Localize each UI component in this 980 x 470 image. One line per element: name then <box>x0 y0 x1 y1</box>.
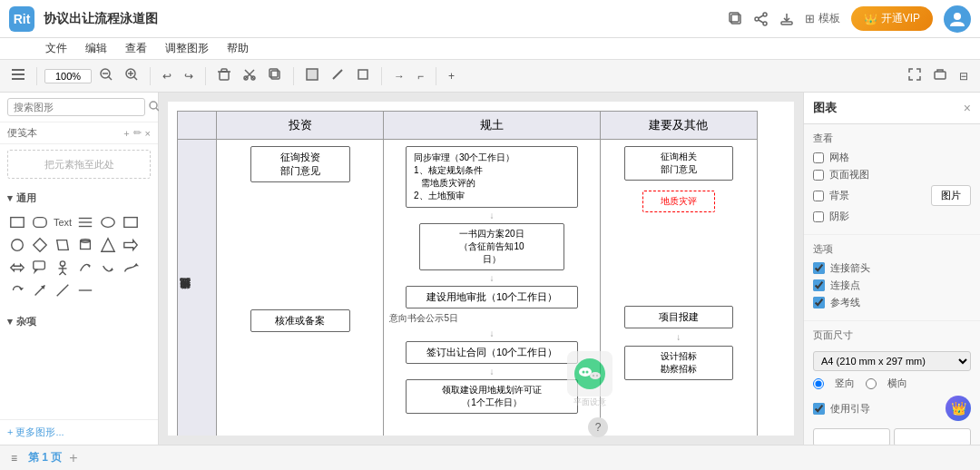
actor-shape[interactable] <box>53 258 73 278</box>
zoom-input[interactable] <box>44 69 92 83</box>
lines-shape[interactable] <box>75 212 95 232</box>
width-input[interactable] <box>813 428 890 445</box>
box-jy-3[interactable]: 项目报建 <box>624 306 733 328</box>
guide-line-checkbox[interactable] <box>813 297 825 308</box>
page-size-select[interactable]: A4 (210 mm x 297 mm) A3 Letter <box>813 351 971 371</box>
grid-checkbox[interactable] <box>813 152 824 163</box>
rect-shape2[interactable] <box>121 212 141 232</box>
curve-arrow2[interactable] <box>98 258 118 278</box>
zoom-in-btn[interactable] <box>121 65 142 86</box>
help-button[interactable]: ? <box>588 417 608 437</box>
share-btn[interactable] <box>754 12 769 26</box>
circle-shape[interactable] <box>7 235 27 255</box>
canvas-area[interactable]: 投资 规土 建要及其他 投资和土地供应管理 征询投 <box>159 93 803 445</box>
fill-btn[interactable] <box>301 65 323 86</box>
undo-btn[interactable]: ↩ <box>158 67 176 85</box>
landscape-label: 横向 <box>887 377 907 390</box>
add-page-btn[interactable]: + <box>69 450 77 466</box>
bottom-menu-btn[interactable]: ≡ <box>7 450 21 466</box>
img-button[interactable]: 图片 <box>931 185 971 206</box>
connect-arrow-checkbox[interactable] <box>813 262 825 274</box>
box-guitu-2[interactable]: 一书四方案20日（含征前告知10日） <box>419 223 564 270</box>
stencil-add-btn[interactable]: + <box>123 127 129 139</box>
drop-area[interactable]: 把元素拖至此处 <box>7 150 151 179</box>
menu-view[interactable]: 查看 <box>125 41 147 56</box>
box-jy-1[interactable]: 征询相关部门意见 <box>624 146 733 181</box>
box-invest-1[interactable]: 征询投资部门意见 <box>250 146 350 182</box>
triangle-shape[interactable] <box>98 235 118 255</box>
pageview-checkbox[interactable] <box>813 170 824 181</box>
ellipse-shape[interactable] <box>98 212 118 232</box>
double-arrow-shape[interactable] <box>7 258 27 278</box>
parallelogram-shape[interactable] <box>53 235 73 255</box>
box-guitu-6[interactable]: 领取建设用地规划许可证（1个工作日） <box>406 379 578 414</box>
menu-help[interactable]: 帮助 <box>227 41 249 56</box>
line-color-btn[interactable] <box>327 65 348 86</box>
portrait-radio[interactable] <box>813 378 824 389</box>
text-yixiang: 意向书会公示5日 <box>389 312 593 325</box>
zoom-out-btn[interactable] <box>95 65 117 86</box>
shapes-section: ▾ 通用 Text <box>0 184 158 308</box>
height-input[interactable] <box>894 428 971 445</box>
fullscreen-btn[interactable] <box>904 65 926 86</box>
right-up-arrow[interactable] <box>30 280 50 300</box>
page-indicator[interactable]: 第 1 页 <box>28 450 62 465</box>
dashed-arrow-area: 地质灾评 <box>604 188 753 215</box>
sidebar-toggle-btn[interactable] <box>7 66 29 85</box>
cylinder-shape[interactable] <box>75 235 95 255</box>
background-checkbox[interactable] <box>813 191 824 201</box>
box-guitu-3[interactable]: 建设用地审批（10个工作日） <box>406 286 578 308</box>
svg-point-32 <box>150 102 157 109</box>
box-jy-4[interactable]: 设计招标勘察招标 <box>624 346 733 380</box>
more-shapes-link[interactable]: + 更多图形... <box>0 419 158 445</box>
curve-arrow1[interactable] <box>75 258 95 278</box>
export-btn[interactable] <box>779 12 794 26</box>
delete-btn[interactable] <box>213 65 235 86</box>
horizontal-line[interactable] <box>75 280 95 300</box>
box-guitu-1[interactable]: 同步审理（30个工作日）1、核定规划条件 需地质灾评的2、土地预审 <box>406 146 578 208</box>
fill-icon <box>306 68 318 81</box>
search-input[interactable] <box>7 98 145 116</box>
panel-close-btn[interactable]: × <box>964 101 971 115</box>
corner-cell <box>178 112 217 140</box>
diamond-shape[interactable] <box>30 235 50 255</box>
use-guide-checkbox[interactable] <box>813 403 825 415</box>
redo-btn[interactable]: ↪ <box>180 67 198 85</box>
add-btn[interactable]: + <box>444 67 459 85</box>
menu-edit[interactable]: 编辑 <box>85 41 107 56</box>
misc-title[interactable]: ▾ 杂项 <box>7 311 151 332</box>
vip-button[interactable]: 👑 开通VIP <box>851 6 933 31</box>
right-arrow-shape[interactable] <box>121 235 141 255</box>
reset-view-btn[interactable] <box>929 65 951 86</box>
copy-title-btn[interactable] <box>729 12 743 26</box>
menu-file[interactable]: 文件 <box>45 41 67 56</box>
shadow-checkbox[interactable] <box>813 211 824 222</box>
cut-btn[interactable] <box>239 65 260 86</box>
callout-shape[interactable] <box>30 258 50 278</box>
left-panel: 便笺本 + ✏ × 把元素拖至此处 ▾ 通用 Text <box>0 93 159 445</box>
s-arrow[interactable] <box>121 258 141 278</box>
stencil-edit-btn[interactable]: ✏ <box>133 127 142 139</box>
rect-shape[interactable] <box>7 212 27 232</box>
template-btn[interactable]: ⊞ 模板 <box>805 11 840 26</box>
connect-point-checkbox[interactable] <box>813 279 825 291</box>
box-guitu-5[interactable]: 签订出让合同（10个工作日） <box>406 341 578 364</box>
diagonal-line[interactable] <box>53 280 73 300</box>
border-btn[interactable] <box>352 65 374 86</box>
landscape-radio[interactable] <box>866 378 877 389</box>
bottombar: ≡ 第 1 页 + <box>0 445 980 470</box>
rounded-rect-shape[interactable] <box>30 212 50 232</box>
box-invest-4[interactable]: 核准或备案 <box>250 309 350 332</box>
text-shape[interactable]: Text <box>53 212 73 232</box>
elbow-btn[interactable]: ⌐ <box>413 67 428 85</box>
copy-btn[interactable] <box>264 65 286 86</box>
stencil-close-btn[interactable]: × <box>145 127 151 139</box>
panel-btn[interactable]: ⊟ <box>955 67 973 85</box>
svg-rect-19 <box>220 72 229 80</box>
user-avatar[interactable] <box>944 5 971 33</box>
box-jy-dashed[interactable]: 地质灾评 <box>642 191 715 212</box>
loop-arrow[interactable] <box>7 280 27 300</box>
general-section-title[interactable]: ▾ 通用 <box>7 188 151 209</box>
menu-adjust[interactable]: 调整图形 <box>165 41 209 56</box>
arrow-btn[interactable]: → <box>389 67 409 85</box>
